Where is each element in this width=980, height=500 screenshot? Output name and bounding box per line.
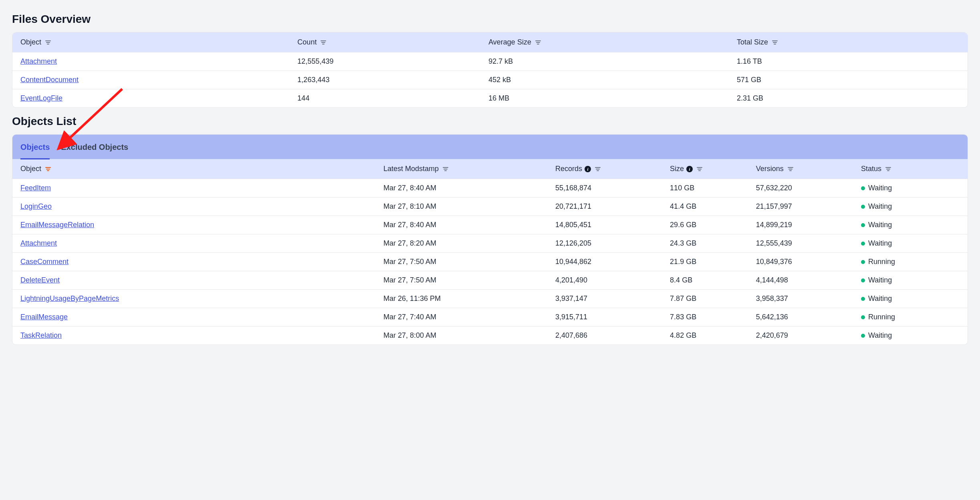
versions-cell: 5,642,136 [748, 308, 853, 327]
modstamp-cell: Mar 27, 7:40 AM [375, 308, 547, 327]
status-cell: Waiting [853, 216, 968, 234]
status-text: Running [868, 258, 895, 266]
status-dot-icon [861, 186, 865, 190]
obj-col-records-header[interactable]: Records i [547, 159, 662, 179]
size-cell: 24.3 GB [662, 234, 748, 253]
records-cell: 3,915,711 [547, 308, 662, 327]
info-icon[interactable]: i [686, 166, 693, 172]
modstamp-cell: Mar 27, 7:50 AM [375, 271, 547, 290]
status-text: Waiting [868, 221, 892, 229]
files-col-object-header[interactable]: Object [12, 32, 289, 52]
filter-icon[interactable] [45, 40, 51, 45]
filter-icon[interactable] [885, 167, 891, 171]
modstamp-cell: Mar 27, 8:00 AM [375, 327, 547, 345]
table-row: FeedItem Mar 27, 8:40 AM 55,168,874 110 … [12, 179, 968, 198]
objects-list-panel: Objects Excluded Objects Object [12, 134, 968, 345]
size-cell: 8.4 GB [662, 271, 748, 290]
col-totalsize-label: Total Size [737, 38, 768, 46]
tab-objects[interactable]: Objects [20, 135, 50, 159]
object-link[interactable]: EmailMessage [20, 313, 68, 321]
info-icon[interactable]: i [585, 166, 591, 172]
object-link[interactable]: ContentDocument [20, 76, 79, 84]
status-text: Waiting [868, 331, 892, 339]
tabs-header: Objects Excluded Objects [12, 135, 968, 159]
status-text: Waiting [868, 184, 892, 192]
status-dot-icon [861, 223, 865, 227]
filter-icon[interactable] [697, 167, 702, 171]
count-cell: 12,555,439 [289, 52, 480, 71]
obj-col-versions-header[interactable]: Versions [748, 159, 853, 179]
records-cell: 10,944,862 [547, 253, 662, 271]
table-row: TaskRelation Mar 27, 8:00 AM 2,407,686 4… [12, 327, 968, 345]
status-cell: Waiting [853, 179, 968, 198]
files-overview-title: Files Overview [12, 13, 968, 26]
object-link[interactable]: EmailMessageRelation [20, 221, 94, 229]
object-link[interactable]: LoginGeo [20, 202, 52, 210]
size-cell: 110 GB [662, 179, 748, 198]
status-text: Waiting [868, 202, 892, 210]
filter-icon[interactable] [772, 40, 778, 45]
col-object-label: Object [20, 165, 41, 173]
col-status-label: Status [861, 165, 881, 173]
modstamp-cell: Mar 27, 8:40 AM [375, 216, 547, 234]
count-cell: 1,263,443 [289, 71, 480, 89]
object-link[interactable]: FeedItem [20, 184, 51, 192]
col-records-label: Records [555, 165, 582, 173]
records-cell: 2,407,686 [547, 327, 662, 345]
status-text: Waiting [868, 239, 892, 247]
avgsize-cell: 452 kB [480, 71, 729, 89]
table-row: DeleteEvent Mar 27, 7:50 AM 4,201,490 8.… [12, 271, 968, 290]
table-row: EventLogFile 144 16 MB 2.31 GB [12, 89, 968, 108]
files-overview-table: Object Count [12, 32, 968, 108]
obj-col-status-header[interactable]: Status [853, 159, 968, 179]
tab-excluded-objects[interactable]: Excluded Objects [61, 135, 128, 159]
records-cell: 4,201,490 [547, 271, 662, 290]
table-row: EmailMessage Mar 27, 7:40 AM 3,915,711 7… [12, 308, 968, 327]
status-cell: Waiting [853, 327, 968, 345]
table-row: LoginGeo Mar 27, 8:10 AM 20,721,171 41.4… [12, 198, 968, 216]
table-row: LightningUsageByPageMetrics Mar 26, 11:3… [12, 290, 968, 308]
modstamp-cell: Mar 27, 8:10 AM [375, 198, 547, 216]
object-link[interactable]: LightningUsageByPageMetrics [20, 294, 119, 302]
versions-cell: 4,144,498 [748, 271, 853, 290]
obj-col-modstamp-header[interactable]: Latest Modstamp [375, 159, 547, 179]
size-cell: 4.82 GB [662, 327, 748, 345]
files-col-totalsize-header[interactable]: Total Size [729, 32, 968, 52]
col-modstamp-label: Latest Modstamp [383, 165, 439, 173]
size-cell: 29.6 GB [662, 216, 748, 234]
status-text: Waiting [868, 276, 892, 284]
object-link[interactable]: Attachment [20, 239, 57, 247]
table-row: CaseComment Mar 27, 7:50 AM 10,944,862 2… [12, 253, 968, 271]
totalsize-cell: 2.31 GB [729, 89, 968, 108]
obj-col-object-header[interactable]: Object [12, 159, 375, 179]
filter-icon[interactable] [443, 167, 448, 171]
status-dot-icon [861, 315, 865, 319]
filter-icon[interactable] [535, 40, 541, 45]
versions-cell: 14,899,219 [748, 216, 853, 234]
status-dot-icon [861, 205, 865, 209]
filter-icon[interactable] [595, 167, 601, 171]
size-cell: 21.9 GB [662, 253, 748, 271]
status-cell: Waiting [853, 290, 968, 308]
object-link[interactable]: CaseComment [20, 258, 69, 266]
filter-icon[interactable] [321, 40, 326, 45]
obj-col-size-header[interactable]: Size i [662, 159, 748, 179]
filter-icon[interactable] [788, 167, 793, 171]
object-link[interactable]: EventLogFile [20, 94, 63, 102]
modstamp-cell: Mar 27, 8:20 AM [375, 234, 547, 253]
col-object-label: Object [20, 38, 41, 46]
modstamp-cell: Mar 26, 11:36 PM [375, 290, 547, 308]
size-cell: 7.83 GB [662, 308, 748, 327]
status-dot-icon [861, 297, 865, 301]
filter-icon[interactable] [45, 167, 51, 171]
object-link[interactable]: TaskRelation [20, 331, 62, 339]
files-col-avgsize-header[interactable]: Average Size [480, 32, 729, 52]
totalsize-cell: 1.16 TB [729, 52, 968, 71]
object-link[interactable]: Attachment [20, 57, 57, 65]
table-row: Attachment 12,555,439 92.7 kB 1.16 TB [12, 52, 968, 71]
count-cell: 144 [289, 89, 480, 108]
status-text: Running [868, 313, 895, 321]
avgsize-cell: 16 MB [480, 89, 729, 108]
object-link[interactable]: DeleteEvent [20, 276, 60, 284]
files-col-count-header[interactable]: Count [289, 32, 480, 52]
